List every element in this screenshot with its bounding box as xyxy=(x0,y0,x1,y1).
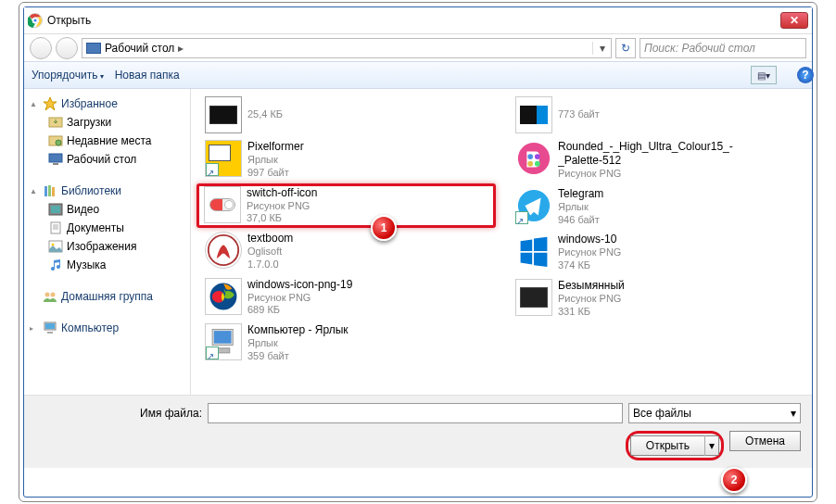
filename-input[interactable] xyxy=(208,403,623,423)
svg-rect-25 xyxy=(217,348,230,353)
svg-rect-12 xyxy=(51,206,60,213)
file-thumb xyxy=(515,233,552,270)
documents-icon xyxy=(48,221,63,234)
filename-label: Имя файла: xyxy=(35,407,202,420)
sidebar: ▲Избранное Загрузки Недавние места Рабоч… xyxy=(24,89,191,395)
open-button-highlight: Открыть ▾ xyxy=(626,431,724,460)
video-icon xyxy=(48,203,63,216)
chevron-down-icon: ▾ xyxy=(791,407,796,420)
window-inner: Открыть ✕ Рабочий стол ▸ ▾ ↻ Поиск: Рабо… xyxy=(23,6,813,498)
breadcrumb-location: Рабочий стол xyxy=(105,42,174,55)
sidebar-item-desktop[interactable]: Рабочий стол xyxy=(28,150,186,169)
file-thumb xyxy=(205,140,242,177)
file-thumb xyxy=(515,187,552,224)
file-item[interactable]: 25,4 КБ xyxy=(196,94,496,136)
file-thumb xyxy=(205,278,242,315)
file-item[interactable]: windows-icon-png-19Рисунок PNG689 КБ xyxy=(196,275,496,321)
search-placeholder: Поиск: Рабочий стол xyxy=(644,42,755,55)
svg-rect-9 xyxy=(48,185,51,196)
open-button[interactable]: Открыть xyxy=(630,435,704,456)
svg-point-16 xyxy=(45,293,50,297)
callout-1: 1 xyxy=(371,215,397,241)
chrome-icon xyxy=(28,13,43,28)
close-button[interactable]: ✕ xyxy=(780,12,808,29)
svg-rect-19 xyxy=(45,323,55,329)
svg-point-17 xyxy=(51,293,56,297)
main-area: ▲Избранное Загрузки Недавние места Рабоч… xyxy=(24,89,812,395)
nav-row: Рабочий стол ▸ ▾ ↻ Поиск: Рабочий стол xyxy=(24,33,812,61)
cancel-button[interactable]: Отмена xyxy=(729,431,801,451)
chevron-right-icon: ▸ xyxy=(178,42,184,55)
window-frame: Открыть ✕ Рабочий стол ▸ ▾ ↻ Поиск: Рабо… xyxy=(19,2,817,502)
filetype-select[interactable]: Все файлы▾ xyxy=(628,403,801,423)
file-item[interactable]: PixelformerЯрлык997 байт xyxy=(196,137,496,183)
file-thumb xyxy=(515,96,552,133)
computer-icon xyxy=(43,321,57,334)
sidebar-item-video[interactable]: Видео xyxy=(28,200,186,219)
refresh-button[interactable]: ↻ xyxy=(615,38,636,58)
sidebar-item-documents[interactable]: Документы xyxy=(28,219,186,237)
homegroup-icon xyxy=(43,290,57,303)
file-item[interactable]: TelegramЯрлык946 байт xyxy=(507,184,806,230)
star-icon xyxy=(43,97,57,110)
svg-rect-10 xyxy=(52,187,55,196)
file-item[interactable]: windows-10Рисунок PNG374 КБ xyxy=(507,230,806,275)
sidebar-homegroup[interactable]: ▸Домашняя группа xyxy=(28,287,186,306)
file-thumb xyxy=(204,186,241,223)
music-icon xyxy=(48,258,63,271)
svg-point-27 xyxy=(527,154,533,159)
file-item[interactable]: Компьютер - ЯрлыкЯрлык359 байт xyxy=(196,321,496,366)
view-mode-button[interactable]: ▤▾ xyxy=(751,66,777,84)
desktop-icon xyxy=(48,153,63,166)
file-thumb xyxy=(205,96,242,133)
desktop-icon xyxy=(86,43,101,54)
file-thumb xyxy=(515,140,552,177)
window-title: Открыть xyxy=(47,14,780,27)
svg-rect-7 xyxy=(53,163,58,165)
svg-point-29 xyxy=(527,161,533,167)
organize-button[interactable]: Упорядочить xyxy=(32,69,104,82)
svg-rect-6 xyxy=(49,154,62,162)
sidebar-item-downloads[interactable]: Загрузки xyxy=(28,113,186,132)
toolbar: Упорядочить Новая папка ▤▾ ? xyxy=(24,61,812,89)
svg-point-30 xyxy=(535,161,540,167)
downloads-icon xyxy=(48,116,63,129)
recent-icon xyxy=(48,134,63,147)
svg-point-2 xyxy=(33,19,38,23)
chevron-down-icon[interactable]: ▾ xyxy=(592,42,607,55)
libraries-icon xyxy=(43,184,57,197)
file-item[interactable]: 773 байт xyxy=(507,94,806,136)
svg-rect-20 xyxy=(47,332,53,334)
close-icon: ✕ xyxy=(790,14,799,27)
back-button[interactable] xyxy=(30,37,52,59)
sidebar-item-music[interactable]: Музыка xyxy=(28,256,186,274)
open-dropdown-button[interactable]: ▾ xyxy=(704,435,719,456)
forward-button[interactable] xyxy=(56,37,78,59)
sidebar-item-recent[interactable]: Недавние места xyxy=(28,132,186,150)
help-button[interactable]: ? xyxy=(797,67,814,83)
file-item[interactable]: textboomOglisoft1.7.0.0 xyxy=(196,229,496,274)
svg-point-28 xyxy=(535,154,540,159)
search-input[interactable]: Поиск: Рабочий стол xyxy=(640,38,806,58)
svg-rect-8 xyxy=(44,186,47,196)
breadcrumb[interactable]: Рабочий стол ▸ ▾ xyxy=(82,38,612,58)
sidebar-computer[interactable]: ▸Компьютер xyxy=(28,319,186,337)
file-thumb xyxy=(205,232,242,269)
svg-point-5 xyxy=(56,140,61,145)
help-icon: ? xyxy=(802,69,808,82)
sidebar-item-images[interactable]: Изображения xyxy=(28,237,186,256)
bottom-panel: Имя файла: Все файлы▾ Открыть ▾ Отмена xyxy=(24,395,812,468)
file-pane: 25,4 КБ PixelformerЯрлык997 байт switch-… xyxy=(191,89,812,395)
images-icon xyxy=(48,240,63,253)
file-item[interactable]: БезымянныйРисунок PNG331 КБ xyxy=(507,276,806,321)
file-item-selected[interactable]: switch-off-iconРисунок PNG37,0 КБ xyxy=(196,183,496,229)
file-item[interactable]: Rounded_-_High_Ultra_Colour15_-_Palette-… xyxy=(507,137,806,183)
file-thumb xyxy=(515,279,552,316)
new-folder-button[interactable]: Новая папка xyxy=(115,69,180,82)
titlebar: Открыть ✕ xyxy=(24,7,812,33)
sidebar-favorites[interactable]: ▲Избранное xyxy=(28,94,186,113)
file-thumb xyxy=(205,323,242,360)
svg-rect-24 xyxy=(214,331,232,344)
sidebar-libraries[interactable]: ▲Библиотеки xyxy=(28,182,186,200)
refresh-icon: ↻ xyxy=(621,42,630,55)
